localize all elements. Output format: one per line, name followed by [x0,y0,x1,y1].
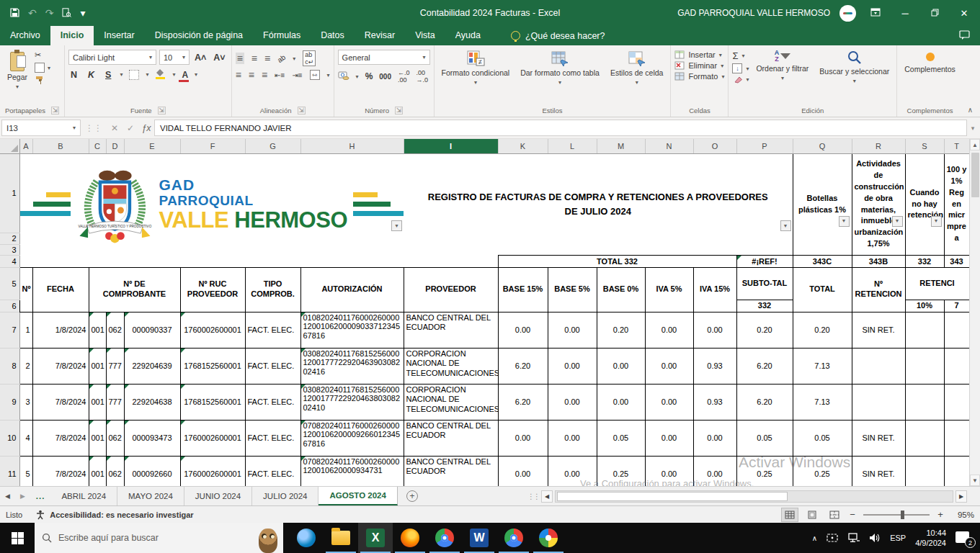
cell-secuencial[interactable]: 229204638 [124,384,180,420]
cell-sin-retencion[interactable]: Cuando no hay retención▼ [905,153,944,255]
cell-base5[interactable]: 0.00 [548,420,597,456]
column-header-K[interactable]: K [498,139,548,153]
filter-dropdown-icon[interactable]: ▼ [931,216,942,227]
cell-base5[interactable]: 0.00 [548,384,597,420]
dialog-launcher-icon[interactable]: ⇲ [51,107,59,114]
network-icon[interactable] [847,533,860,543]
header-total[interactable]: TOTAL [793,267,852,312]
orientation-icon[interactable]: ab [276,53,287,63]
cell-fecha[interactable]: 7/8/2024 [32,384,89,420]
cell-n[interactable]: 3 [19,384,32,420]
cell-autorizacion[interactable]: 0308202401176815256000120017772292046390… [300,348,404,384]
cell-retencion[interactable]: SIN RET. [852,420,905,456]
ribbon-tab-insertar[interactable]: Insertar [94,26,144,45]
column-header-T[interactable]: T [944,139,969,153]
cell-332[interactable]: 332 [905,255,944,267]
scroll-left-icon[interactable]: ◀ [541,490,553,503]
column-header-B[interactable]: B [32,139,89,153]
row-header[interactable]: 4 [0,255,19,267]
header-subtotal[interactable]: SUBTO-TAL [736,267,793,300]
column-header-E[interactable]: E [124,139,180,153]
horizontal-scrollbar[interactable]: ⋮⋮ ◀ ▶ [527,490,967,503]
zoom-out-button[interactable]: − [848,509,857,520]
enter-icon[interactable]: ✓ [122,123,138,133]
header-comprobante[interactable]: Nº DE COMPROBANTE [89,267,180,312]
row-header[interactable]: 6 [0,300,19,312]
cancel-icon[interactable]: ✕ [107,123,122,133]
notification-icon[interactable]: 2 [956,531,973,545]
sheet-tab-junio-2024[interactable]: JUNIO 2024 [184,487,252,505]
align-center-icon[interactable]: ≡ [249,69,254,81]
cell-retencion[interactable] [852,348,905,384]
cell-proveedor[interactable]: BANCO CENTRAL DEL ECUADOR [404,456,498,486]
align-left-icon[interactable]: ≡ [236,69,241,81]
cell-total-332[interactable]: TOTAL 332 [498,255,736,267]
header-n-retencion[interactable]: Nº RETENCION [852,267,905,312]
tray-expand-icon[interactable]: ∧ [812,534,817,542]
cell-ret70[interactable] [944,348,969,384]
sheet-nav-left-icon[interactable]: ◀ [0,487,15,505]
header-ruc[interactable]: Nº RUC PROVEEDOR [180,267,245,312]
insert-function-icon[interactable]: ƒx [138,123,154,133]
font-color-icon[interactable]: A [182,70,188,80]
cell-ret10[interactable] [905,456,944,486]
header-subtotal-code[interactable]: 332 [736,300,793,312]
cell-base15[interactable]: 0.00 [498,312,548,348]
cell-ret70[interactable] [944,312,969,348]
autosum-button[interactable]: Σ▾ [732,50,749,61]
cut-button[interactable]: ✂ [35,50,50,60]
scroll-up-icon[interactable]: ▲ [970,139,980,150]
align-top-icon[interactable]: ≡ [236,53,244,64]
paste-button[interactable]: Pegar▾ [4,48,31,93]
cell-ruc[interactable]: 1760002600001 [180,456,245,486]
cell-secuencial[interactable]: 000092660 [124,456,180,486]
cell-proveedor[interactable]: BANCO CENTRAL DEL ECUADOR [404,312,498,348]
select-all-button[interactable] [0,139,19,153]
cell-regimen-microempresa[interactable]: 100 y 1% Reg en micr mpre a [944,153,969,255]
ribbon-tab-datos[interactable]: Datos [311,26,355,45]
cell-fecha[interactable]: 7/8/2024 [32,420,89,456]
cell-iva5[interactable]: 0.00 [645,456,693,486]
minimize-button[interactable]: ─ [895,8,915,19]
taskbar-icon-word[interactable]: W [462,523,496,553]
ribbon-tab-disposición-de-página[interactable]: Disposición de página [145,26,253,45]
cell-styles-button[interactable]: Estilos de celda▾ [607,48,667,89]
scrollbar-grip[interactable]: ⋮⋮ [527,493,539,500]
filter-dropdown-icon[interactable]: ▼ [391,220,402,231]
cell-punto[interactable]: 062 [106,312,124,348]
header-fecha[interactable]: FECHA [32,267,89,312]
italic-button[interactable]: K [86,70,97,80]
percent-style-button[interactable]: % [365,71,373,81]
shrink-font-button[interactable]: A˅ [211,53,227,63]
cell-autorizacion[interactable]: 0708202401176000260000120010620000934731 [300,456,404,486]
row-header[interactable]: 5 [0,267,19,300]
vertical-scroll-thumb[interactable] [971,153,979,197]
ribbon-tab-fórmulas[interactable]: Fórmulas [253,26,311,45]
row-header[interactable]: 2 [0,233,19,244]
cell-serie[interactable]: 001 [89,420,106,456]
cell-343[interactable]: 343 [944,255,969,267]
dialog-launcher-icon[interactable]: ⇲ [395,107,403,114]
fill-button[interactable]: ↓▾ [732,63,749,73]
cell-tipo[interactable]: FACT. ELEC. [245,312,300,348]
cell-total[interactable]: 0.05 [793,420,852,456]
ribbon-tab-archivo[interactable]: Archivo [0,26,50,45]
vertical-scrollbar[interactable]: ▲ ▼ [969,139,980,486]
increase-indent-icon[interactable]: ⇥≡ [292,71,302,79]
sheet-tab-mayo-2024[interactable]: MAYO 2024 [117,487,184,505]
column-header-R[interactable]: R [852,139,905,153]
column-header-O[interactable]: O [693,139,736,153]
language-indicator[interactable]: ESP [890,534,906,542]
header-num[interactable]: Nº [19,267,32,312]
taskbar-search[interactable]: Escribe aquí para buscar [35,523,283,553]
cell-secuencial[interactable]: 229204639 [124,348,180,384]
align-right-icon[interactable]: ≡ [262,69,267,81]
cell-fecha[interactable]: 7/8/2024 [32,348,89,384]
sheet-tab-julio-2024[interactable]: JULIO 2024 [252,487,318,505]
qat-customize-icon[interactable]: ▾ [80,8,85,18]
cell-base15[interactable]: 6.20 [498,348,548,384]
cell[interactable] [19,255,498,267]
cell-iva15[interactable]: 0.00 [693,456,736,486]
column-header-G[interactable]: G [245,139,300,153]
logo-cell[interactable]: VALLE HERMOSO TURÍSTICO Y PRODUCTIVO GAD… [19,153,404,255]
